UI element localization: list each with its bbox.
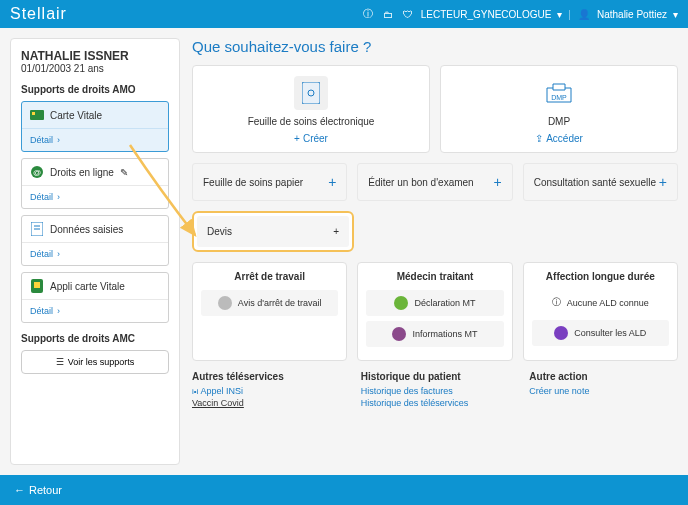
card-donnees-saisies[interactable]: Données saisies Détail› (21, 215, 169, 266)
tile-fse[interactable]: Feuille de soins électronique +Créer (192, 65, 430, 153)
app-icon (30, 279, 44, 293)
card-carte-vitale[interactable]: Carte Vitale Détail› (21, 101, 169, 152)
info-icon: ⓘ (552, 296, 561, 309)
amc-title: Supports de droits AMC (21, 333, 169, 344)
panel-ald: Affection longue durée ⓘAucune ALD connu… (523, 262, 678, 361)
shield-icon[interactable]: 🛡 (401, 7, 415, 21)
form-icon (30, 222, 44, 236)
chevron-down-icon: ▾ (557, 9, 562, 20)
detail-link[interactable]: Détail› (22, 242, 168, 265)
svg-rect-6 (34, 282, 40, 288)
plus-icon: + (493, 174, 501, 190)
patient-info: 01/01/2003 21 ans (21, 63, 169, 74)
card-label: Appli carte Vitale (50, 281, 125, 292)
card-label: Droits en ligne (50, 167, 114, 178)
tile-consultation-sante[interactable]: Consultation santé sexuelle+ (523, 163, 678, 201)
link-hist-factures[interactable]: Historique des factures (361, 386, 510, 396)
svg-rect-7 (302, 82, 320, 104)
plus-icon: + (333, 226, 339, 237)
card-label: Carte Vitale (50, 110, 102, 121)
tile-label: Feuille de soins électronique (248, 116, 375, 127)
back-button[interactable]: ← Retour (14, 484, 62, 496)
col-historique: Historique du patient Historique des fac… (361, 371, 510, 410)
plus-icon: + (294, 133, 300, 144)
chevron-right-icon: › (57, 192, 60, 202)
link-creer-note[interactable]: Créer une note (529, 386, 678, 396)
dmp-icon: DMP (542, 76, 576, 110)
tile-devis[interactable]: Devis+ (197, 216, 349, 247)
info-icon[interactable]: ⓘ (361, 7, 375, 21)
panel-medecin: Médecin traitant Déclaration MT Informat… (357, 262, 512, 361)
chevron-right-icon: › (57, 306, 60, 316)
tile-label: DMP (548, 116, 570, 127)
tile-devis-highlight: Devis+ (192, 211, 354, 252)
document-icon (294, 76, 328, 110)
vitale-icon (30, 108, 44, 122)
tile-fsp[interactable]: Feuille de soins papier+ (192, 163, 347, 201)
chevron-right-icon: › (57, 249, 60, 259)
upload-icon: ⇪ (535, 133, 543, 144)
card-appli-vitale[interactable]: Appli carte Vitale Détail› (21, 272, 169, 323)
app-header: Stellair ⓘ 🗀 🛡 LECTEUR_GYNECOLOGUE ▾ | 👤… (0, 0, 688, 28)
panel-item[interactable]: Consulter les ALD (532, 320, 669, 346)
detail-link[interactable]: Détail› (22, 128, 168, 151)
plus-icon: + (328, 174, 336, 190)
supports-button[interactable]: ☰ Voir les supports (21, 350, 169, 374)
svg-text:DMP: DMP (551, 94, 567, 101)
detail-link[interactable]: Détail› (22, 185, 168, 208)
card-label: Données saisies (50, 224, 123, 235)
panel-title: Médecin traitant (366, 271, 503, 282)
card-droits-en-ligne[interactable]: @ Droits en ligne ✎ Détail› (21, 158, 169, 209)
chevron-right-icon: › (57, 135, 60, 145)
col-autre: Autre action Créer une note (529, 371, 678, 410)
arrow-left-icon: ← (14, 484, 25, 496)
link-appel-insi[interactable]: i•i Appel INSi (192, 386, 341, 396)
access-action[interactable]: ⇪Accéder (535, 133, 583, 144)
link-vaccin-covid[interactable]: Vaccin Covid (192, 398, 341, 408)
panel-item[interactable]: Déclaration MT (366, 290, 503, 316)
user-icon: 👤 (577, 7, 591, 21)
plus-icon: + (659, 174, 667, 190)
svg-rect-1 (32, 112, 35, 115)
tile-dmp[interactable]: DMP DMP ⇪Accéder (440, 65, 678, 153)
page-title: Que souhaitez-vous faire ? (192, 38, 678, 55)
list-icon: ☰ (56, 357, 64, 367)
globe-icon: @ (30, 165, 44, 179)
link-hist-teleservices[interactable]: Historique des téléservices (361, 398, 510, 408)
content: Que souhaitez-vous faire ? Feuille de so… (192, 38, 678, 465)
create-action[interactable]: +Créer (294, 133, 328, 144)
panel-item[interactable]: Informations MT (366, 321, 503, 347)
tile-bon-examen[interactable]: Éditer un bon d'examen+ (357, 163, 512, 201)
amo-title: Supports de droits AMO (21, 84, 169, 95)
col-teleservices: Autres téléservices i•i Appel INSi Vacci… (192, 371, 341, 410)
panel-arret: Arrêt de travail Avis d'arrêt de travail (192, 262, 347, 361)
detail-link[interactable]: Détail› (22, 299, 168, 322)
chevron-down-icon: ▾ (673, 9, 678, 20)
panel-item[interactable]: Avis d'arrêt de travail (201, 290, 338, 316)
panel-title: Arrêt de travail (201, 271, 338, 282)
folder-icon[interactable]: 🗀 (381, 7, 395, 21)
patient-name: NATHALIE ISSNER (21, 49, 169, 63)
panel-title: Affection longue durée (532, 271, 669, 282)
col-title: Autres téléservices (192, 371, 341, 382)
logo: Stellair (10, 5, 67, 23)
edit-icon[interactable]: ✎ (120, 167, 128, 178)
reader-name[interactable]: LECTEUR_GYNECOLOGUE (421, 9, 552, 20)
col-title: Autre action (529, 371, 678, 382)
footer: ← Retour (0, 475, 688, 505)
svg-text:@: @ (33, 168, 41, 177)
sidebar: NATHALIE ISSNER 01/01/2003 21 ans Suppor… (10, 38, 180, 465)
user-name[interactable]: Nathalie Pottiez (597, 9, 667, 20)
col-title: Historique du patient (361, 371, 510, 382)
panel-item: ⓘAucune ALD connue (532, 290, 669, 315)
